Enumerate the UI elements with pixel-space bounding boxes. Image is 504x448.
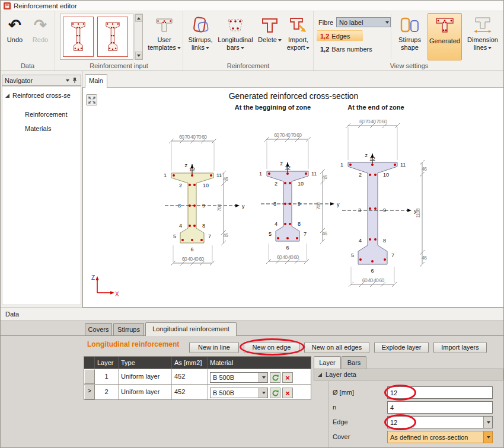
svg-text:5: 5 bbox=[351, 252, 354, 258]
user-templates-label-2: templates bbox=[148, 44, 176, 51]
svg-text:2: 2 bbox=[275, 181, 277, 187]
count-input[interactable] bbox=[387, 401, 493, 414]
titlebar: Reinforcement editor bbox=[1, 1, 503, 11]
user-templates-button[interactable]: User templates bbox=[148, 13, 181, 60]
ribbon: ↶ Undo ↷ Redo Data bbox=[1, 11, 504, 71]
layer-details-group-header[interactable]: Layer deta bbox=[314, 369, 503, 380]
stirrups-shape-button[interactable]: Stirrups shape bbox=[393, 13, 426, 60]
dimension-lines-button[interactable]: Dimension lines bbox=[463, 13, 502, 60]
svg-text:12: 12 bbox=[369, 156, 375, 162]
fibre-value: No label bbox=[339, 19, 363, 26]
svg-text:46: 46 bbox=[223, 176, 228, 182]
refresh-material-button[interactable] bbox=[270, 372, 280, 383]
table-row-1[interactable]: 1 Uniform layer 452 B 500B × bbox=[84, 369, 311, 384]
navigator-dropdown-icon[interactable] bbox=[66, 79, 69, 82]
tab-bars[interactable]: Bars bbox=[342, 356, 366, 369]
svg-text:4: 4 bbox=[179, 223, 182, 229]
refresh-material-button[interactable] bbox=[270, 388, 280, 398]
diameter-label: Ø [mm] bbox=[333, 389, 354, 396]
drawing-canvas[interactable]: Generated reinforced cross-section At th… bbox=[82, 87, 504, 308]
svg-text:46: 46 bbox=[322, 174, 327, 180]
fibre-label: Fibre bbox=[318, 19, 333, 26]
scroll-up-button[interactable] bbox=[135, 14, 142, 22]
svg-text:6: 6 bbox=[190, 247, 193, 252]
template-thumbnail-2[interactable] bbox=[97, 17, 128, 57]
redo-button[interactable]: ↷ Redo bbox=[28, 13, 53, 59]
data-panel-header[interactable]: Data bbox=[1, 308, 504, 321]
group-expand-icon[interactable] bbox=[318, 373, 322, 377]
stirrups-links-icon bbox=[191, 16, 210, 34]
reinforcement-editor-window: Reinforcement editor ↶ Undo ↷ Redo Data bbox=[0, 0, 504, 448]
generated-toggle[interactable]: Generated bbox=[428, 13, 462, 60]
cover-label: Cover bbox=[333, 433, 350, 440]
svg-text:9: 9 bbox=[383, 207, 386, 213]
table-header: Layer Type As [mm2] Material bbox=[84, 357, 311, 369]
ribbon-group-data: ↶ Undo ↷ Redo Data bbox=[1, 11, 55, 71]
tree-expand-icon[interactable] bbox=[5, 94, 9, 98]
group-label-data: Data bbox=[1, 62, 55, 69]
tab-layer[interactable]: Layer bbox=[314, 356, 341, 369]
cover-select[interactable]: As defined in cross-section bbox=[387, 431, 493, 443]
tree-item-reinforcement[interactable]: Reinforcement bbox=[2, 109, 81, 120]
delete-layer-button[interactable]: × bbox=[282, 388, 293, 398]
edges-toggle[interactable]: 1,2 Edges bbox=[317, 30, 363, 41]
chevron-down-icon bbox=[488, 47, 492, 49]
row-selector[interactable] bbox=[84, 369, 95, 384]
stirrups-links-button[interactable]: Stirrups, links bbox=[186, 13, 215, 60]
longitudinal-bars-button[interactable]: Longitudinal bars bbox=[216, 13, 254, 60]
column-header-layer[interactable]: Layer bbox=[95, 357, 119, 369]
template-thumbnail-1[interactable] bbox=[63, 17, 94, 57]
cell-type: Uniform layer bbox=[119, 385, 172, 399]
undo-button[interactable]: ↶ Undo bbox=[2, 13, 27, 59]
column-header-type[interactable]: Type bbox=[119, 357, 172, 369]
tree-item-reinforced-cross-section[interactable]: Reinforced cross-se bbox=[2, 90, 81, 101]
column-header-as[interactable]: As [mm2] bbox=[172, 357, 208, 369]
new-on-edge-button[interactable]: New on edge bbox=[244, 342, 299, 353]
column-header-material[interactable]: Material bbox=[208, 357, 310, 369]
section-heading: Longitudinal reinforcement bbox=[87, 340, 179, 348]
svg-text:46: 46 bbox=[322, 231, 327, 236]
delete-layer-button[interactable]: × bbox=[282, 372, 293, 383]
tab-covers[interactable]: Covers bbox=[85, 323, 112, 335]
scroll-down-button[interactable] bbox=[135, 52, 142, 59]
edge-select[interactable]: 12 bbox=[387, 416, 493, 428]
svg-text:10: 10 bbox=[383, 172, 389, 178]
data-panel: Data Covers Stirrups Longitudinal reinfo… bbox=[1, 308, 504, 448]
svg-text:3: 3 bbox=[358, 207, 361, 213]
row-selector-current[interactable]: > bbox=[84, 385, 95, 399]
tab-longitudinal-reinforcement[interactable]: Longitudinal reinforcement bbox=[145, 322, 237, 336]
tab-main[interactable]: Main bbox=[85, 74, 107, 88]
template-gallery[interactable] bbox=[60, 14, 133, 60]
bars-numbers-toggle[interactable]: 1,2 Bars numbers bbox=[317, 43, 383, 55]
table-row-2[interactable]: > 2 Uniform layer 452 B 500B × bbox=[84, 384, 311, 399]
dimension-lines-icon bbox=[473, 16, 493, 34]
chevron-down-icon bbox=[177, 47, 181, 49]
svg-text:708: 708 bbox=[216, 204, 222, 212]
diameter-input[interactable] bbox=[387, 386, 493, 399]
gallery-scrollbar[interactable] bbox=[135, 14, 143, 60]
new-on-all-edges-button[interactable]: New on all edges bbox=[304, 342, 369, 353]
dimension-lines-label-2: lines bbox=[474, 44, 487, 51]
material-select[interactable]: B 500B bbox=[210, 372, 268, 383]
section-begin-left: 60 70 40 70 60 y z 1 2 3 4 bbox=[164, 134, 245, 265]
tab-stirrups[interactable]: Stirrups bbox=[113, 323, 144, 335]
explode-layer-button[interactable]: Explode layer bbox=[374, 342, 429, 353]
material-select[interactable]: B 500B bbox=[210, 388, 268, 398]
import-layers-button[interactable]: Import layers bbox=[433, 342, 487, 353]
separator bbox=[391, 14, 391, 59]
app-icon bbox=[4, 2, 11, 9]
cell-as: 452 bbox=[172, 369, 208, 384]
import-export-button[interactable]: Import, export bbox=[284, 13, 312, 60]
fibre-select[interactable]: No label bbox=[336, 17, 391, 27]
pin-icon[interactable] bbox=[72, 77, 78, 84]
longitudinal-bars-label-2: bars bbox=[227, 44, 239, 51]
delete-x-icon: × bbox=[285, 374, 290, 382]
tree-item-materials[interactable]: Materials bbox=[2, 123, 81, 134]
svg-text:Z: Z bbox=[91, 274, 95, 281]
delete-button[interactable]: Delete bbox=[257, 13, 283, 60]
svg-text:1108: 1108 bbox=[415, 208, 421, 217]
ribbon-group-reinforcement-input: User templates Reinforcement input bbox=[55, 11, 183, 71]
svg-text:8: 8 bbox=[298, 221, 301, 227]
navigator-header[interactable]: Navigator bbox=[2, 75, 81, 86]
new-in-line-button[interactable]: New in line bbox=[189, 342, 239, 353]
